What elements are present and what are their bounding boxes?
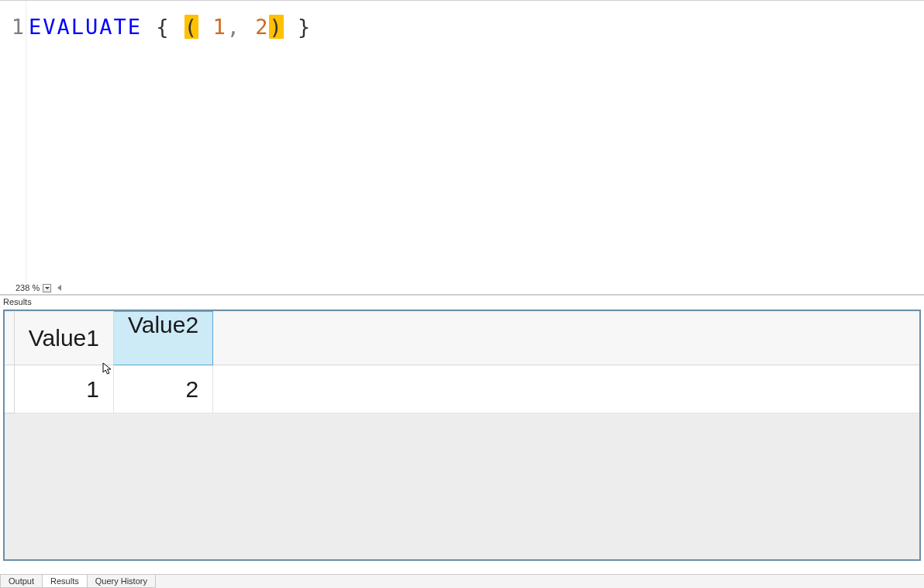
token-space: [142, 15, 156, 39]
results-panel-title: Results: [0, 296, 924, 308]
token-open-brace: {: [156, 15, 170, 39]
token-close-brace: }: [298, 15, 312, 39]
token-comma: ,: [227, 15, 241, 39]
zoom-level: 238 %: [16, 283, 40, 292]
token-close-paren: ): [269, 15, 283, 39]
gutter-divider: [26, 1, 26, 283]
code-editor-pane[interactable]: 1 EVALUATE { ( 1 , 2 ) } 238 %: [0, 0, 924, 296]
tab-output[interactable]: Output: [0, 575, 43, 588]
token-open-paren: (: [184, 15, 198, 39]
token-space: [241, 15, 255, 39]
zoom-bar: 238 %: [16, 283, 61, 292]
row-header[interactable]: [5, 365, 14, 413]
header-row: Value1 Value2: [5, 312, 919, 365]
code-line-1[interactable]: 1 EVALUATE { ( 1 , 2 ) }: [0, 13, 312, 40]
row-filler: [213, 365, 919, 413]
token-keyword: EVALUATE: [29, 15, 142, 39]
column-header-value2[interactable]: Value2: [113, 312, 212, 365]
token-space: [171, 15, 184, 39]
line-number: 1: [0, 15, 29, 39]
token-space: [198, 15, 212, 39]
table-row[interactable]: 1 2: [5, 365, 919, 413]
header-filler: [213, 312, 919, 365]
column-header-value1[interactable]: Value1: [14, 312, 113, 365]
results-grid-scroll[interactable]: Value1 Value2 1 2: [5, 311, 919, 559]
row-header-corner[interactable]: [5, 312, 14, 365]
bottom-tab-bar: Output Results Query History: [0, 574, 924, 588]
cell-r0-c0[interactable]: 1: [14, 365, 113, 413]
results-table: Value1 Value2 1 2: [5, 311, 919, 413]
zoom-dropdown[interactable]: [43, 284, 51, 292]
cell-r0-c1[interactable]: 2: [113, 365, 212, 413]
scroll-left-icon[interactable]: [57, 285, 61, 291]
column-header-value2-label: Value2: [128, 312, 198, 337]
tab-results[interactable]: Results: [42, 575, 88, 588]
results-grid-container: Value1 Value2 1 2: [3, 310, 921, 561]
tab-query-history[interactable]: Query History: [87, 575, 156, 588]
token-number-1: 1: [212, 15, 226, 39]
token-number-2: 2: [255, 15, 269, 39]
token-space: [284, 15, 298, 39]
